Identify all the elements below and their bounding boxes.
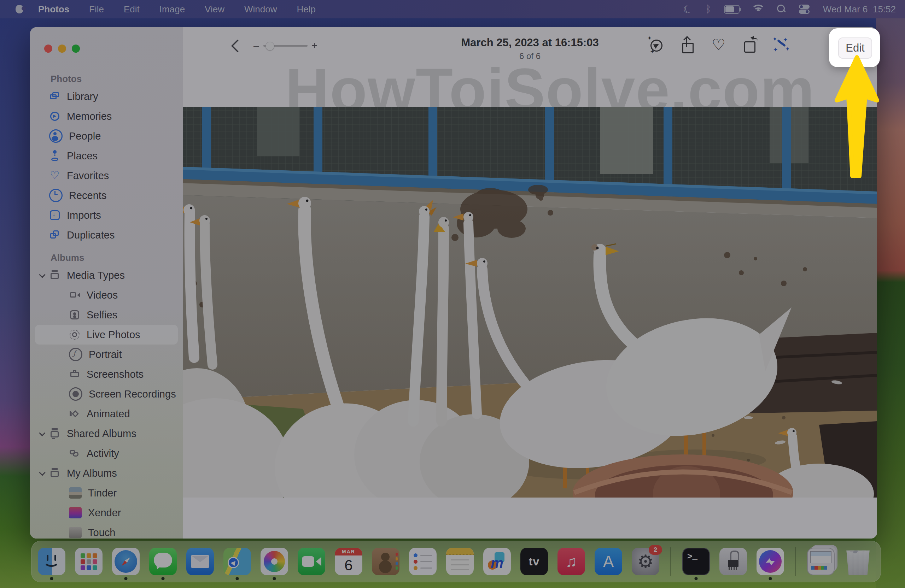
- zoom-in-label[interactable]: +: [312, 40, 318, 51]
- close-button[interactable]: [44, 44, 52, 53]
- dock-divider-2[interactable]: [795, 547, 796, 576]
- dock-app-icon: >_: [682, 548, 710, 575]
- sidebar-item-icon: [49, 269, 60, 281]
- minimize-button[interactable]: [58, 44, 66, 53]
- photo-geese[interactable]: [183, 107, 877, 498]
- dock-safari[interactable]: [112, 548, 140, 575]
- sidebar-item-duplicates[interactable]: Duplicates: [35, 225, 178, 245]
- fullscreen-button[interactable]: [72, 44, 80, 53]
- dock-divider-1[interactable]: [670, 547, 671, 576]
- sidebar-item-icon: [69, 487, 82, 499]
- dock-screenshot-window[interactable]: [807, 548, 835, 575]
- favorite-heart-icon[interactable]: [711, 38, 727, 53]
- sidebar-item-touch[interactable]: Touch: [35, 523, 178, 539]
- sidebar-item-icon: [69, 329, 80, 340]
- dock-finder[interactable]: [38, 548, 65, 575]
- share-icon[interactable]: [680, 38, 695, 53]
- dock-reminders[interactable]: [409, 548, 437, 575]
- back-chevron-button[interactable]: [231, 40, 244, 53]
- wifi-icon[interactable]: [752, 5, 764, 14]
- running-indicator-dot: [124, 577, 128, 580]
- sidebar-item-tinder[interactable]: Tinder: [35, 483, 178, 503]
- dock-launchpad[interactable]: [75, 548, 103, 575]
- sidebar-item-xender[interactable]: Xender: [35, 503, 178, 523]
- auto-enhance-wand-icon[interactable]: [773, 38, 789, 53]
- sidebar-item-shared-albums[interactable]: Shared Albums: [35, 424, 178, 444]
- sidebar-item-memories[interactable]: Memories: [35, 106, 178, 126]
- dock-icon-glyph: A: [595, 548, 622, 575]
- dock-messages[interactable]: [149, 548, 177, 575]
- sidebar-header-photos[interactable]: Photos: [35, 71, 178, 87]
- sidebar-item-media-types[interactable]: Media Types: [35, 265, 178, 285]
- apple-menu-icon[interactable]: [11, 0, 28, 18]
- dock-trash[interactable]: [844, 548, 872, 575]
- photo-counter: 6 of 6: [461, 51, 599, 61]
- dock-circuit-utility[interactable]: [719, 548, 747, 575]
- menu-photos[interactable]: Photos: [28, 0, 79, 18]
- spotlight-search-icon[interactable]: [777, 5, 786, 14]
- sidebar-item-my-albums[interactable]: My Albums: [35, 463, 178, 483]
- chevron-down-icon[interactable]: [37, 468, 49, 479]
- sidebar-item-portrait[interactable]: Portrait: [35, 344, 178, 365]
- sidebar-item-videos[interactable]: Videos: [35, 285, 178, 305]
- main-content: HowToiSolve.com – + March 25, 2023 at 16…: [183, 27, 877, 539]
- dock-freeform[interactable]: m: [483, 548, 511, 575]
- zoom-slider[interactable]: [264, 45, 308, 47]
- sidebar-item-icon: [69, 408, 80, 420]
- dock-messenger[interactable]: [757, 548, 784, 575]
- dock-apple-tv[interactable]: tv: [520, 548, 548, 575]
- sidebar-item-label: People: [69, 130, 101, 142]
- dock-photos[interactable]: [260, 548, 288, 575]
- sidebar-header-albums[interactable]: Albums: [35, 250, 178, 265]
- focus-moon-icon[interactable]: ☾: [681, 2, 694, 17]
- sidebar-item-label: Imports: [67, 209, 101, 221]
- sidebar-item-animated[interactable]: Animated: [35, 404, 178, 424]
- dock-terminal[interactable]: >_: [682, 548, 710, 575]
- menu-file[interactable]: File: [79, 0, 114, 18]
- menu-help[interactable]: Help: [287, 0, 325, 18]
- zoom-slider-knob[interactable]: [265, 42, 274, 51]
- live-photo-icon[interactable]: [649, 38, 664, 53]
- dock-calendar[interactable]: MAR 6: [335, 548, 362, 575]
- sidebar-item-people[interactable]: People: [35, 126, 178, 146]
- running-indicator-dot: [769, 577, 772, 580]
- dock-music[interactable]: ♫: [557, 548, 585, 575]
- rotate-crop-icon[interactable]: [742, 38, 757, 53]
- menu-window[interactable]: Window: [234, 0, 287, 18]
- sidebar-item-screenshots[interactable]: Screenshots: [35, 365, 178, 384]
- sidebar-item-live-photos[interactable]: Live Photos: [35, 325, 178, 344]
- sidebar-item-places[interactable]: Places: [35, 146, 178, 166]
- bluetooth-icon[interactable]: ᛒ: [705, 3, 711, 15]
- sidebar-item-selfies[interactable]: Selfies: [35, 305, 178, 325]
- sidebar-item-label: Tinder: [88, 487, 117, 499]
- dock-mail[interactable]: [186, 548, 214, 575]
- dock-contacts[interactable]: [372, 548, 400, 575]
- sidebar-item-imports[interactable]: Imports: [35, 205, 178, 225]
- sidebar-item-label: Memories: [67, 111, 112, 122]
- menu-image[interactable]: Image: [149, 0, 195, 18]
- menu-view[interactable]: View: [195, 0, 234, 18]
- sidebar-item-icon: [49, 111, 60, 122]
- sidebar-item-recents[interactable]: Recents: [35, 185, 178, 205]
- sidebar-item-icon: [69, 309, 80, 320]
- sidebar-item-activity[interactable]: Activity: [35, 444, 178, 463]
- menu-edit[interactable]: Edit: [114, 0, 149, 18]
- dock: MAR 6: [31, 540, 881, 582]
- dock-app-store[interactable]: A: [595, 548, 622, 575]
- chevron-down-icon[interactable]: [37, 428, 49, 439]
- sidebar-item-favorites[interactable]: Favorites: [35, 166, 178, 185]
- battery-icon[interactable]: [724, 5, 740, 14]
- sidebar-item-library[interactable]: Library: [35, 87, 178, 106]
- sidebar-item-screen-recordings[interactable]: Screen Recordings: [35, 384, 178, 404]
- control-center-icon[interactable]: [799, 5, 810, 14]
- chevron-down-icon[interactable]: [37, 270, 49, 281]
- dock-system-settings[interactable]: ⚙ 2: [632, 548, 659, 575]
- dock-facetime[interactable]: [298, 548, 325, 575]
- running-indicator-dot: [273, 577, 276, 580]
- menu-bar-clock[interactable]: Wed Mar 6 15:52: [823, 4, 896, 15]
- sidebar-item-label: Recents: [69, 190, 106, 201]
- dock-maps[interactable]: [224, 548, 251, 575]
- zoom-out-label[interactable]: –: [254, 40, 259, 51]
- dock-notes[interactable]: [446, 548, 474, 575]
- photos-app-window: HowToiSolve.com – + March 25, 2023 at 16…: [30, 27, 877, 539]
